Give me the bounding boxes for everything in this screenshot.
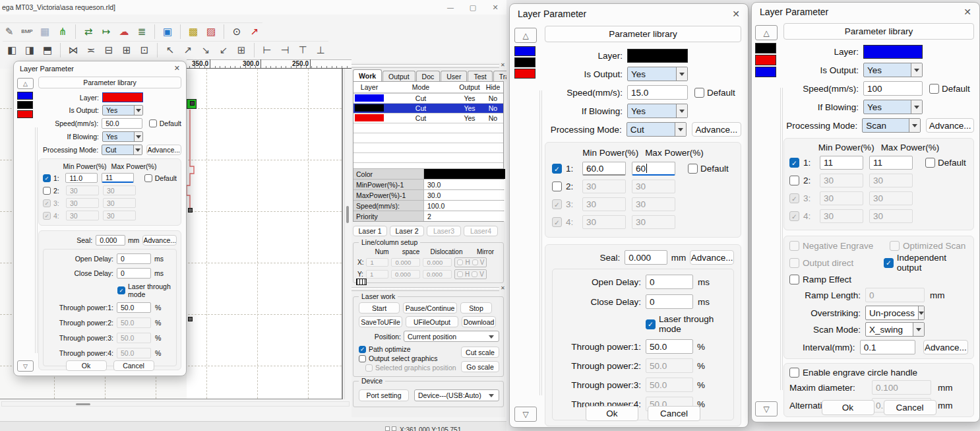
layer-table-row[interactable]: CutYesNo [353,103,503,113]
laser-work-button[interactable]: SaveToUFile [359,316,402,327]
mirror-h-checkbox[interactable] [457,259,463,265]
column-header[interactable]: Hide [483,83,503,91]
scroll-up-button[interactable]: △ [755,25,778,40]
independent-output-checkbox[interactable] [884,258,894,268]
pen-icon[interactable]: ✎ [1,24,17,40]
close-icon[interactable]: ✕ [732,9,740,19]
h-space-icon[interactable]: ⇄ [80,24,96,40]
mirror-v-checkbox[interactable] [472,259,478,265]
layer-swatch[interactable] [514,57,536,67]
snap-center-icon[interactable]: ⊞ [233,42,249,58]
laser-work-button[interactable]: Stop [460,302,492,314]
property-row[interactable]: MaxPower(%)-130.0 [353,189,503,200]
combo-arrow-icon[interactable] [675,123,686,136]
restore-button[interactable]: ▢ [462,3,484,12]
current-layer-swatch[interactable] [627,49,688,63]
combo-arrow-icon[interactable] [911,63,922,77]
max-power-input[interactable]: 11 [869,156,913,170]
laser-work-button[interactable]: UFileOutput [406,316,458,327]
tab-user[interactable]: User [441,71,467,82]
column-header[interactable]: Output [456,83,483,91]
mirror-d-icon[interactable]: ⬒ [40,42,55,58]
combo-arrow-icon[interactable] [676,67,687,81]
max-power-input[interactable]: 11 [102,173,134,183]
parameter-library-button[interactable]: Parameter library [545,26,741,42]
position-dropdown[interactable]: Current position [404,331,499,342]
is-output-combo[interactable]: Yes [627,67,688,81]
tab-work[interactable]: Work [353,69,382,81]
through-power-input[interactable]: 50.0 [646,339,693,354]
layer-table-empty-row[interactable] [353,133,503,143]
scroll-up-button[interactable]: △ [17,78,34,89]
line-column-input[interactable]: 0.000 [391,270,420,279]
processing-mode-combo[interactable]: Cut [627,122,687,137]
mirror-h-checkbox[interactable] [457,271,463,277]
line-column-input[interactable]: 1 [366,258,388,267]
layer-table-empty-row[interactable] [353,143,503,152]
port-setting-button[interactable]: Port setting [359,389,409,401]
output-select-checkbox[interactable] [359,355,366,362]
advance-button[interactable]: Advance... [692,122,741,137]
property-row[interactable]: Speed(mm/s):100.0 [353,200,503,211]
property-row[interactable]: Color [353,168,503,179]
property-row[interactable]: MinPower(%)-130.0 [353,179,503,189]
interval-advance-button[interactable]: Advance... [923,340,968,354]
seal-advance-button[interactable]: Advance... [142,235,177,246]
list-check-icon[interactable]: ≣ [134,24,150,40]
cancel-button[interactable]: Cancel [113,360,154,371]
align-right-icon[interactable]: ⊣ [277,42,293,58]
ramp-length-input[interactable]: 0 [865,288,925,302]
close-button[interactable]: ✕ [484,3,506,12]
laser-tab-button[interactable]: Laser 2 [390,226,424,236]
go-scale-button[interactable]: Go scale [461,361,499,372]
layer-swatch[interactable] [17,110,33,118]
optimized-scan-checkbox[interactable] [890,241,900,251]
scroll-down-button[interactable]: ▽ [755,401,778,416]
open-delay-input[interactable]: 0 [646,275,693,289]
layer-swatch[interactable] [17,101,33,109]
center-grid-icon[interactable]: ⊡ [137,42,152,58]
max-power-input[interactable]: 60 [632,162,675,176]
default-checkbox[interactable] [925,158,935,168]
line-column-input[interactable]: 0.000 [423,258,452,267]
cancel-button[interactable]: Cancel [884,400,936,415]
is-output-combo[interactable]: Yes [102,105,143,116]
laser-work-button[interactable]: Pause/Continue [403,302,457,314]
horizontal-scrollbar-thumb[interactable] [76,403,90,405]
layer-table-empty-row[interactable] [353,123,503,133]
speed-input[interactable]: 15.0 [627,85,688,100]
layer-swatch[interactable] [514,46,536,56]
overstriking-combo[interactable]: Un-process [865,306,925,320]
scan-mode-combo[interactable]: X_swing [865,322,925,337]
node-handle[interactable] [188,317,193,321]
line-column-input[interactable]: 1 [366,270,388,279]
minimize-button[interactable]: — [439,4,462,11]
advance-button[interactable]: Advance... [146,145,181,155]
combo-arrow-icon[interactable] [134,106,142,115]
bmp-icon[interactable]: BMP [19,24,35,40]
same-height-icon[interactable]: ⊞ [119,42,135,58]
combo-arrow-icon[interactable] [133,145,142,154]
is-output-combo[interactable]: Yes [863,63,923,77]
combo-arrow-icon[interactable] [913,323,924,336]
snap-topleft-icon[interactable]: ↖ [162,42,178,58]
default-checkbox[interactable] [144,174,152,182]
laser-tab-button[interactable]: Laser 1 [353,226,387,236]
power-row-checkbox[interactable] [552,217,562,227]
layer-table-row[interactable]: CutYesNo [353,93,503,103]
through-power-input[interactable]: 50.0 [117,302,151,313]
layer-swatch[interactable] [755,55,776,65]
layer-swatch[interactable] [755,67,776,77]
dialog-title-bar[interactable]: Layer Parameter ✕ [752,3,979,21]
default-checkbox[interactable] [694,88,704,98]
power-row-checkbox[interactable] [789,158,799,168]
align-top-icon[interactable]: ⊤ [295,42,311,58]
scroll-down-button[interactable]: ▽ [514,407,537,422]
power-row-checkbox[interactable] [43,212,51,220]
laser-through-checkbox[interactable] [117,286,125,294]
layer-swatch[interactable] [755,43,776,53]
align-left-icon[interactable]: ⊢ [259,42,275,58]
scroll-down-button[interactable]: ▽ [17,360,34,372]
panel-close-icon[interactable]: ✕ [501,285,505,291]
interval-input[interactable]: 0.1 [860,340,915,354]
